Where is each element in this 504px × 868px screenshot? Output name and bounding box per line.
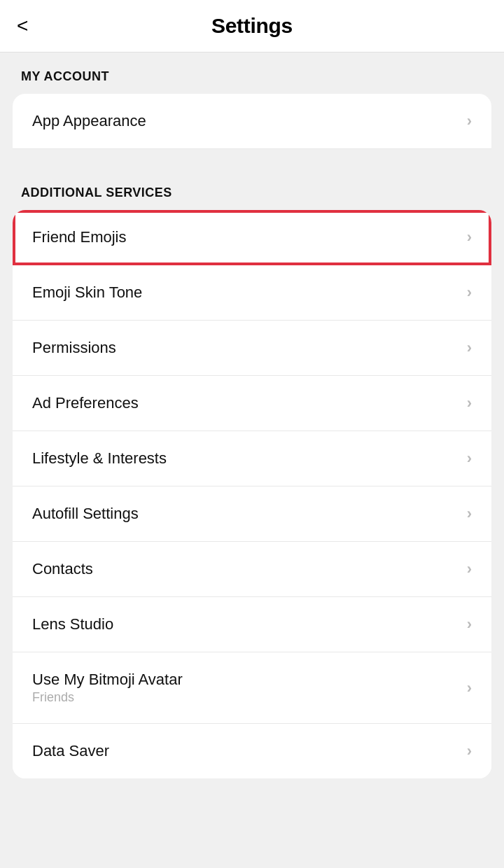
permissions-item[interactable]: Permissions › — [13, 321, 491, 376]
contacts-chevron: › — [467, 560, 472, 578]
friend-emojis-content: Friend Emojis — [32, 228, 126, 246]
page-title: Settings — [211, 14, 293, 38]
data-saver-item[interactable]: Data Saver › — [13, 724, 491, 778]
emoji-skin-tone-chevron: › — [467, 284, 472, 302]
permissions-chevron: › — [467, 339, 472, 357]
lifestyle-interests-chevron: › — [467, 449, 472, 468]
my-account-section-label: MY ACCOUNT — [0, 52, 504, 94]
lifestyle-interests-content: Lifestyle & Interests — [32, 449, 167, 468]
permissions-label: Permissions — [32, 339, 116, 357]
emoji-skin-tone-label: Emoji Skin Tone — [32, 284, 142, 302]
lifestyle-interests-item[interactable]: Lifestyle & Interests › — [13, 431, 491, 486]
lens-studio-item[interactable]: Lens Studio › — [13, 597, 491, 652]
data-saver-content: Data Saver — [32, 742, 109, 760]
app-appearance-label: App Appearance — [32, 112, 146, 130]
app-appearance-item[interactable]: App Appearance › — [13, 94, 491, 149]
autofill-settings-label: Autofill Settings — [32, 505, 139, 523]
friend-emojis-item[interactable]: Friend Emojis › — [13, 210, 491, 265]
bitmoji-avatar-label: Use My Bitmoji Avatar — [32, 671, 183, 689]
app-appearance-chevron: › — [467, 112, 472, 130]
contacts-content: Contacts — [32, 560, 93, 578]
data-saver-chevron: › — [467, 742, 472, 760]
bitmoji-avatar-sublabel: Friends — [32, 690, 183, 705]
ad-preferences-label: Ad Preferences — [32, 394, 139, 412]
emoji-skin-tone-content: Emoji Skin Tone — [32, 284, 142, 302]
bitmoji-avatar-item[interactable]: Use My Bitmoji Avatar Friends › — [13, 652, 491, 724]
header: < Settings — [0, 0, 504, 52]
autofill-settings-chevron: › — [467, 505, 472, 523]
bitmoji-avatar-chevron: › — [467, 679, 472, 697]
additional-services-section-label: ADDITIONAL SERVICES — [0, 169, 504, 210]
lifestyle-interests-label: Lifestyle & Interests — [32, 449, 167, 468]
friend-emojis-label: Friend Emojis — [32, 228, 126, 246]
emoji-skin-tone-item[interactable]: Emoji Skin Tone › — [13, 265, 491, 321]
my-account-card: App Appearance › — [13, 94, 491, 149]
lens-studio-label: Lens Studio — [32, 615, 113, 634]
autofill-settings-item[interactable]: Autofill Settings › — [13, 486, 491, 542]
ad-preferences-chevron: › — [467, 394, 472, 412]
contacts-label: Contacts — [32, 560, 93, 578]
permissions-content: Permissions — [32, 339, 116, 357]
data-saver-label: Data Saver — [32, 742, 109, 760]
back-button[interactable]: < — [17, 16, 28, 36]
ad-preferences-item[interactable]: Ad Preferences › — [13, 376, 491, 431]
contacts-item[interactable]: Contacts › — [13, 542, 491, 597]
bitmoji-avatar-content: Use My Bitmoji Avatar Friends — [32, 671, 183, 705]
lens-studio-content: Lens Studio — [32, 615, 113, 634]
lens-studio-chevron: › — [467, 615, 472, 634]
autofill-settings-content: Autofill Settings — [32, 505, 139, 523]
ad-preferences-content: Ad Preferences — [32, 394, 139, 412]
friend-emojis-chevron: › — [467, 228, 472, 246]
additional-services-card: Friend Emojis › Emoji Skin Tone › Permis… — [13, 210, 491, 778]
